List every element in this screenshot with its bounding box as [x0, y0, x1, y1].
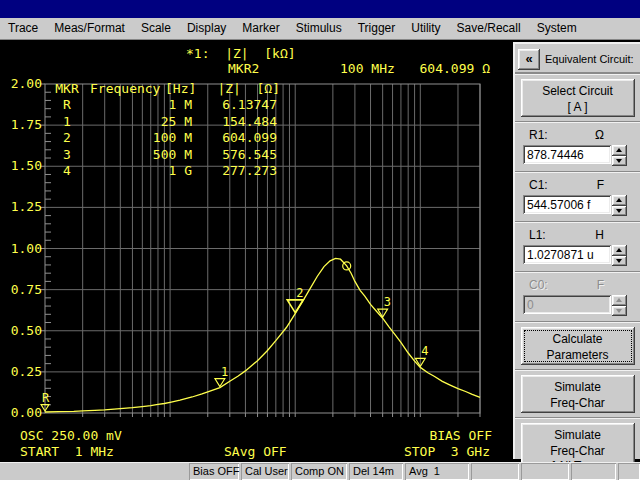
- active-marker-frequency: 100 MHz: [340, 61, 395, 76]
- analyzer-window: Trace 1 - E4991A RF Impedance/Material A…: [0, 0, 640, 480]
- param-group-c0: C0: F: [515, 272, 640, 322]
- menu-marker[interactable]: Marker: [234, 18, 287, 39]
- param-l1-label: L1:: [529, 228, 546, 242]
- marker-table-row: 41 G277.273: [52, 163, 284, 179]
- marker-table-cell: R: [52, 97, 82, 113]
- spin-up-icon[interactable]: [612, 195, 627, 206]
- simulate-all-section: Simulate Freq-Char of All Traces: [515, 418, 640, 462]
- menu-utility[interactable]: Utility: [403, 18, 448, 39]
- param-c0-input: [523, 295, 611, 314]
- spin-down-icon[interactable]: [612, 206, 627, 217]
- param-group-l1: L1: H: [515, 222, 640, 272]
- param-c1-input[interactable]: [523, 195, 611, 214]
- marker-table-cell: 576.545: [207, 147, 277, 163]
- marker-table-cell: 154.484: [207, 114, 277, 130]
- spin-down-icon[interactable]: [612, 156, 627, 167]
- status-avg: Avg 1: [405, 463, 469, 480]
- calculate-parameters-button[interactable]: Calculate Parameters: [521, 327, 635, 365]
- param-c0-spinner: [612, 295, 627, 316]
- y-tick-label: 1.75: [6, 117, 42, 132]
- status-empty-4: [618, 463, 640, 480]
- y-tick-label: 0.00: [6, 405, 42, 420]
- param-l1-input[interactable]: [523, 245, 611, 264]
- panel-collapse-button[interactable]: «: [518, 49, 540, 70]
- menu-bar: Trace Meas/Format Scale Display Marker S…: [0, 18, 640, 40]
- start-freq-readout: START 1 MHz: [20, 444, 114, 459]
- spin-up-icon[interactable]: [612, 245, 627, 256]
- window-titlebar[interactable]: Trace 1 - E4991A RF Impedance/Material A…: [0, 0, 640, 18]
- marker-table-header-cell: |Z| [Ω]: [207, 81, 280, 97]
- menu-system[interactable]: System: [529, 18, 585, 39]
- simulate-freq-char-button[interactable]: Simulate Freq-Char: [521, 375, 635, 413]
- y-tick-label: 0.25: [6, 364, 42, 379]
- param-l1-spinner: [612, 245, 627, 266]
- param-group-c1: C1: F: [515, 172, 640, 222]
- marker-table-row: R1 M6.13747: [52, 97, 284, 113]
- spin-up-icon: [612, 295, 627, 306]
- status-empty-1: [471, 463, 519, 480]
- active-marker-value: 604.099 Ω: [404, 61, 490, 76]
- simall-line2: Freq-Char: [521, 444, 635, 460]
- marker-4-label: 4: [421, 344, 428, 358]
- status-bias: Bias OFF: [189, 463, 239, 480]
- sim-line1: Simulate: [521, 380, 635, 396]
- marker-table-cell: 1 G: [112, 163, 192, 179]
- panel-title: Equivalent Circuit:: [545, 53, 634, 65]
- bias-state-readout: BIAS OFF: [400, 428, 492, 443]
- marker-table-cell: 1 M: [112, 97, 192, 113]
- param-c0-label: C0:: [529, 278, 548, 292]
- status-cal: Cal User: [241, 463, 289, 480]
- status-empty-3: [571, 463, 616, 480]
- y-tick-label: 2.00: [6, 76, 42, 91]
- active-marker-label: MKR2: [228, 61, 259, 76]
- y-tick-label: 1.50: [6, 158, 42, 173]
- select-circuit-section: Select Circuit [ A ]: [515, 74, 640, 122]
- calc-line1: Calculate: [521, 332, 635, 348]
- spin-down-icon: [612, 306, 627, 317]
- status-empty-2: [521, 463, 569, 480]
- select-circuit-button[interactable]: Select Circuit [ A ]: [521, 79, 635, 117]
- param-c0-unit: F: [597, 278, 604, 292]
- marker-table: MKRFrequency[Hz]|Z| [Ω]R1 M6.13747125 M1…: [52, 81, 284, 179]
- param-r1-unit: Ω: [595, 128, 604, 142]
- y-tick-label: 0.50: [6, 323, 42, 338]
- marker-R-label: R: [42, 391, 50, 405]
- marker-table-header-cell: [Hz]: [165, 81, 196, 97]
- param-r1-input[interactable]: [523, 145, 611, 164]
- simall-line1: Simulate: [521, 428, 635, 444]
- y-tick-label: 1.00: [6, 241, 42, 256]
- osc-level-readout: OSC 250.00 mV: [20, 428, 122, 443]
- marker-3-label: 3: [384, 295, 391, 309]
- marker-table-cell: 25 M: [112, 114, 192, 130]
- marker-table-cell: 2: [52, 130, 82, 146]
- marker-table-header-cell: MKR: [52, 81, 82, 97]
- marker-table-cell: 3: [52, 147, 82, 163]
- y-tick-label: 0.75: [6, 282, 42, 297]
- param-group-r1: R1: Ω: [515, 122, 640, 172]
- softkey-panel: « Equivalent Circuit: Select Circuit [ A…: [513, 42, 640, 459]
- menu-display[interactable]: Display: [179, 18, 234, 39]
- spin-down-icon[interactable]: [612, 256, 627, 267]
- param-c1-unit: F: [597, 178, 604, 192]
- marker-table-row: 2100 M604.099: [52, 130, 284, 146]
- menu-trigger[interactable]: Trigger: [350, 18, 404, 39]
- menu-scale[interactable]: Scale: [133, 18, 179, 39]
- menu-trace[interactable]: Trace: [0, 18, 46, 39]
- marker-table-cell: 6.13747: [207, 97, 277, 113]
- sweep-avg-readout: SAvg OFF: [224, 444, 287, 459]
- simulate-all-traces-button[interactable]: Simulate Freq-Char of All Traces: [521, 423, 635, 462]
- instrument-screen: R1234 *1: |Z| [kΩ] MKR2 100 MHz 604.099 …: [0, 40, 640, 462]
- menu-meas-format[interactable]: Meas/Format: [46, 18, 133, 39]
- menu-save-recall[interactable]: Save/Recall: [449, 18, 529, 39]
- menu-stimulus[interactable]: Stimulus: [288, 18, 350, 39]
- param-c1-label: C1:: [529, 178, 548, 192]
- select-circuit-line2: [ A ]: [521, 100, 635, 116]
- trace-format-label: *1: |Z| [kΩ]: [186, 46, 296, 61]
- status-comp: Comp ON: [291, 463, 347, 480]
- param-l1-unit: H: [595, 228, 604, 242]
- marker-table-cell: 4: [52, 163, 82, 179]
- status-bar: Bias OFF Cal User Comp ON Del 14m Avg 1: [0, 462, 640, 480]
- spin-up-icon[interactable]: [612, 145, 627, 156]
- stop-freq-readout: STOP 3 GHz: [400, 444, 490, 459]
- select-circuit-line1: Select Circuit: [521, 84, 635, 100]
